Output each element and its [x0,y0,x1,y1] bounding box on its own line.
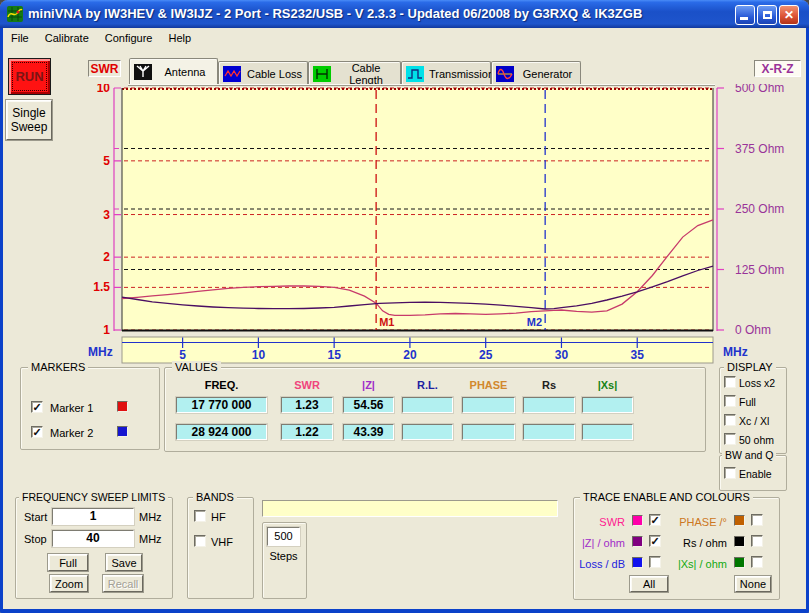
col-header-xs: |Xs| [582,379,633,391]
transmission-icon [406,66,424,82]
tab-generator[interactable]: Generator [491,61,581,85]
mhz-label-left: MHz [88,345,113,359]
hf-label: HF [211,511,226,523]
steps-input[interactable]: 500 [267,527,300,546]
frequency-tick-label: 25 [479,348,493,362]
trace-z-swatch[interactable] [632,536,643,547]
title-bar[interactable]: miniVNA by IW3HEV & IW3IJZ - 2 Port - RS… [0,0,809,28]
trace-loss-swatch[interactable] [632,557,643,568]
mhz-label-right: MHz [723,345,748,359]
ohm-tick-label: 0 Ohm [735,323,771,337]
col-header-freq: FREQ. [176,379,267,391]
trace-xs-swatch[interactable] [734,557,745,568]
tab-transmission[interactable]: Transmission [401,61,491,85]
marker-2-label: Marker 2 [50,427,93,439]
full-display-label: Full [739,396,756,408]
tab-antenna-label: Antenna [157,66,213,78]
bands-panel-title: BANDS [193,491,237,503]
tab-cable-length-label: Cable Length [336,62,396,86]
checkbox-marker-2[interactable]: ✓ [31,426,43,438]
menu-bar: File Calibrate Configure Help [3,28,806,48]
checkbox-bwq-enable[interactable] [724,467,736,479]
menu-configure[interactable]: Configure [97,30,161,46]
value-swr-m2: 1.22 [281,424,333,440]
status-field[interactable] [262,500,558,517]
stop-frequency-input[interactable]: 40 [52,530,134,547]
stop-label: Stop [24,533,47,545]
checkbox-trace-xs[interactable] [751,556,763,568]
markers-panel-title: MARKERS [28,361,88,373]
checkbox-full-display[interactable] [724,395,736,407]
frequency-tick-label: 35 [631,348,645,362]
checkbox-trace-swr[interactable]: ✓ [649,514,661,526]
checkbox-hf[interactable] [194,510,206,522]
trace-none-button[interactable]: None [735,576,771,592]
marker-2-color-swatch[interactable] [117,426,128,437]
trace-panel-title: TRACE ENABLE AND COLOURS [580,491,753,503]
minimize-button[interactable] [735,5,755,25]
fifty-ohm-label: 50 ohm [739,434,774,446]
marker-1-color-swatch[interactable] [117,401,128,412]
minimize-icon [740,17,748,20]
single-sweep-button[interactable]: Single Sweep [6,100,52,140]
frequency-tick-label: 30 [555,348,569,362]
maximize-icon [763,11,772,19]
checkbox-50-ohm[interactable] [724,433,736,445]
swr-impedance-chart[interactable]: 105321.51500 Ohm375 Ohm250 Ohm125 Ohm0 O… [80,84,803,366]
value-xs-m2 [582,424,633,440]
checkbox-loss-x2[interactable] [724,376,736,388]
bwq-panel-title: BW and Q [722,449,776,461]
swr-mode-label: SWR [88,60,121,77]
marker-label-m2: M2 [527,316,542,328]
trace-all-button[interactable]: All [630,576,668,592]
swr-tick-label: 1 [103,323,110,337]
start-frequency-input[interactable]: 1 [52,508,134,525]
cable-loss-icon [223,66,241,82]
run-button[interactable]: RUN [8,58,51,95]
checkbox-trace-rs[interactable] [751,535,763,547]
checkbox-trace-loss[interactable] [649,556,661,568]
tab-cable-loss-label: Cable Loss [246,68,303,80]
checkbox-marker-1[interactable]: ✓ [31,401,43,413]
loss-x2-label: Loss x2 [739,377,775,389]
trace-phase-swatch[interactable] [734,515,745,526]
ohm-tick-label: 500 Ohm [735,84,784,95]
maximize-button[interactable] [757,5,777,25]
recall-button[interactable]: Recall [103,575,143,592]
menu-calibrate[interactable]: Calibrate [37,30,97,46]
ohm-tick-label: 125 Ohm [735,263,784,277]
value-phase-m1 [462,397,515,413]
trace-swr-swatch[interactable] [632,515,643,526]
checkbox-vhf[interactable] [194,535,206,547]
single-sweep-line1: Single [12,106,45,120]
stop-unit-label: MHz [139,533,162,545]
antenna-icon [134,64,152,80]
marker-label-m1: M1 [379,316,394,328]
value-z-m2: 43.39 [343,424,394,440]
zoom-button[interactable]: Zoom [50,575,88,592]
value-rl-m1 [402,397,453,413]
checkbox-trace-phase[interactable] [751,514,763,526]
value-freq-m1: 17 770 000 [176,397,267,413]
cable-length-icon [313,66,331,82]
save-button[interactable]: Save [106,554,142,571]
tab-antenna[interactable]: Antenna [129,58,218,85]
checkbox-xc-xl[interactable] [724,414,736,426]
tab-cable-loss[interactable]: Cable Loss [218,61,308,85]
trace-rs-swatch[interactable] [734,536,745,547]
menu-file[interactable]: File [3,30,37,46]
start-label: Start [24,511,47,523]
full-sweep-button[interactable]: Full [48,554,88,571]
tab-cable-length[interactable]: Cable Length [308,61,401,85]
xrz-mode-label: X-R-Z [754,60,801,77]
trace-rs-label: Rs / ohm [667,537,727,549]
value-rl-m2 [402,424,453,440]
checkbox-trace-z[interactable]: ✓ [649,535,661,547]
ohm-tick-label: 250 Ohm [735,202,784,216]
value-freq-m2: 28 924 000 [176,424,267,440]
value-phase-m2 [462,424,515,440]
tab-generator-label: Generator [519,68,576,80]
display-panel-title: DISPLAY [724,361,776,373]
close-button[interactable]: ✕ [779,5,799,25]
menu-help[interactable]: Help [160,30,199,46]
